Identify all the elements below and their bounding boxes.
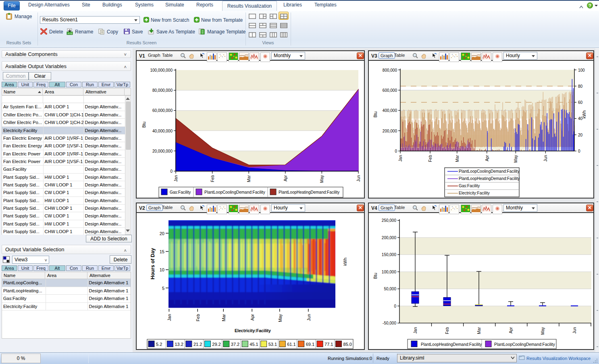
svg-text:77.1: 77.1 bbox=[324, 342, 333, 347]
svg-text:May: May bbox=[278, 314, 283, 322]
svg-text:80,000,000: 80,000,000 bbox=[152, 88, 173, 93]
svg-text:60,000,000: 60,000,000 bbox=[152, 108, 173, 113]
svg-text:-50,000: -50,000 bbox=[383, 321, 396, 325]
svg-text:Jun: Jun bbox=[572, 327, 577, 333]
svg-text:61.1: 61.1 bbox=[287, 342, 295, 347]
svg-text:85.0: 85.0 bbox=[343, 342, 352, 347]
svg-text:Btu: Btu bbox=[373, 273, 378, 279]
svg-text:Electricity:Facility: Electricity:Facility bbox=[235, 328, 271, 333]
svg-text:37.2: 37.2 bbox=[231, 342, 239, 347]
svg-text:200,000: 200,000 bbox=[383, 129, 397, 133]
svg-text:10: 10 bbox=[160, 267, 164, 272]
svg-text:600,000: 600,000 bbox=[383, 88, 397, 93]
svg-text:May: May bbox=[320, 175, 324, 183]
svg-text:21.2: 21.2 bbox=[193, 342, 202, 347]
svg-text:Mar: Mar bbox=[247, 175, 251, 182]
svg-text:100,000: 100,000 bbox=[382, 270, 397, 274]
svg-text:May: May bbox=[514, 155, 518, 163]
svg-text:Apr: Apr bbox=[283, 175, 288, 181]
svg-text:Apr: Apr bbox=[509, 327, 513, 333]
svg-text:kWh: kWh bbox=[343, 258, 347, 266]
svg-text:Btu: Btu bbox=[373, 112, 378, 118]
svg-text:Feb: Feb bbox=[210, 175, 215, 182]
svg-text:Feb: Feb bbox=[428, 155, 433, 162]
svg-text:Hours of Day: Hours of Day bbox=[150, 248, 156, 279]
svg-text:29.2: 29.2 bbox=[212, 342, 220, 347]
svg-text:Feb: Feb bbox=[196, 314, 200, 321]
svg-text:Electricity:Facility: Electricity:Facility bbox=[459, 191, 490, 195]
svg-text:PlantLoopHeatingDemand:Facilit: PlantLoopHeatingDemand:Facility bbox=[279, 190, 339, 194]
svg-text:20: 20 bbox=[160, 231, 164, 236]
svg-text:Jan: Jan bbox=[167, 314, 172, 321]
svg-text:kWh: kWh bbox=[582, 110, 587, 118]
svg-text:Mar: Mar bbox=[477, 327, 481, 334]
svg-text:200,000: 200,000 bbox=[382, 236, 397, 240]
svg-text:150,000: 150,000 bbox=[382, 252, 397, 257]
svg-text:40,000,000: 40,000,000 bbox=[152, 129, 173, 133]
svg-text:45.1: 45.1 bbox=[250, 342, 258, 347]
svg-text:Apr: Apr bbox=[250, 314, 255, 321]
svg-text:Jun: Jun bbox=[306, 314, 311, 321]
svg-text:800,000: 800,000 bbox=[383, 68, 397, 72]
svg-text:0: 0 bbox=[395, 149, 397, 153]
svg-text:20: 20 bbox=[578, 133, 583, 137]
svg-text:100,000,000: 100,000,000 bbox=[150, 68, 173, 72]
svg-text:0: 0 bbox=[170, 169, 173, 174]
svg-text:Gas:Facility: Gas:Facility bbox=[170, 190, 191, 194]
svg-text:13.2: 13.2 bbox=[175, 342, 183, 347]
svg-text:Jan: Jan bbox=[398, 155, 403, 161]
svg-text:Mar: Mar bbox=[221, 314, 226, 322]
svg-text:5: 5 bbox=[162, 286, 164, 291]
svg-text:80: 80 bbox=[578, 84, 583, 89]
svg-text:Jan: Jan bbox=[174, 175, 178, 182]
svg-text:PlantLoopCoolingDemand:Facilit: PlantLoopCoolingDemand:Facility bbox=[459, 169, 520, 174]
svg-text:20,000,000: 20,000,000 bbox=[152, 149, 173, 153]
svg-text:15: 15 bbox=[160, 249, 164, 254]
svg-text:Gas:Facility: Gas:Facility bbox=[459, 184, 480, 188]
svg-text:Mar: Mar bbox=[455, 155, 460, 162]
svg-text:PlantLoopCoolingDemand:Facilit: PlantLoopCoolingDemand:Facility bbox=[494, 342, 555, 347]
svg-text:Jan: Jan bbox=[413, 327, 418, 333]
svg-text:May: May bbox=[541, 327, 545, 335]
svg-text:Btu: Btu bbox=[142, 122, 146, 128]
svg-text:PlantLoopHeatingDemand:Facilit: PlantLoopHeatingDemand:Facility bbox=[421, 342, 482, 347]
svg-text:53.1: 53.1 bbox=[268, 342, 277, 347]
svg-text:60: 60 bbox=[578, 100, 583, 105]
svg-text:Apr: Apr bbox=[485, 155, 489, 161]
svg-text:250,000: 250,000 bbox=[382, 218, 397, 223]
svg-text:Jun: Jun bbox=[356, 175, 361, 182]
svg-text:XYZ: XYZ bbox=[68, 32, 73, 35]
svg-text:0: 0 bbox=[394, 304, 396, 308]
svg-text:50,000: 50,000 bbox=[384, 287, 396, 291]
svg-text:100: 100 bbox=[578, 68, 585, 72]
svg-text:0: 0 bbox=[578, 149, 580, 153]
svg-text:Jun: Jun bbox=[543, 155, 548, 161]
svg-text:69.1: 69.1 bbox=[306, 342, 314, 347]
svg-text:400,000: 400,000 bbox=[383, 108, 397, 113]
svg-text:5.2: 5.2 bbox=[156, 342, 162, 347]
svg-text:PlantLoopCoolingDemand:Facilit: PlantLoopCoolingDemand:Facility bbox=[204, 190, 265, 194]
svg-text:PlantLoopHeatingDemand:Facilit: PlantLoopHeatingDemand:Facility bbox=[459, 176, 520, 181]
svg-text:Feb: Feb bbox=[445, 327, 449, 334]
